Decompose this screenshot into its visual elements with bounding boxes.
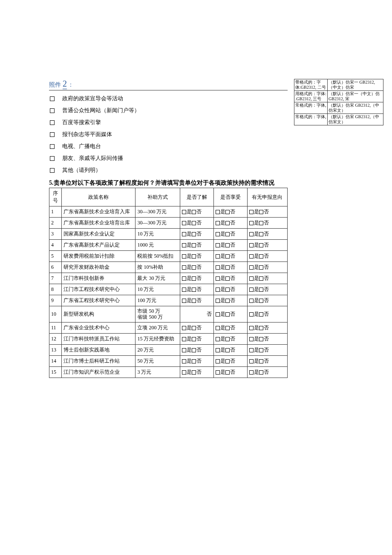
checkbox-icon[interactable] bbox=[192, 326, 196, 330]
checkbox-icon[interactable] bbox=[182, 288, 186, 292]
checkbox-icon[interactable] bbox=[192, 221, 196, 225]
checkbox-icon[interactable] bbox=[192, 359, 196, 363]
checkbox-icon[interactable] bbox=[216, 299, 220, 303]
checkbox-icon[interactable] bbox=[249, 254, 254, 259]
checkbox-icon[interactable] bbox=[216, 288, 220, 292]
checkbox-icon[interactable] bbox=[259, 232, 263, 236]
checkbox-icon[interactable] bbox=[192, 243, 196, 247]
yes-label: 是 bbox=[187, 336, 192, 342]
checkbox-icon[interactable] bbox=[182, 337, 186, 341]
checkbox-icon[interactable] bbox=[225, 359, 230, 363]
checkbox-icon[interactable] bbox=[192, 254, 196, 259]
checkbox-icon[interactable] bbox=[225, 221, 230, 225]
checkbox-icon[interactable] bbox=[192, 299, 196, 303]
checkbox-icon[interactable] bbox=[259, 326, 263, 330]
checkbox-icon[interactable] bbox=[192, 265, 196, 270]
checkbox-icon[interactable] bbox=[182, 326, 186, 330]
checkbox-icon[interactable] bbox=[192, 288, 196, 292]
checkbox-icon[interactable] bbox=[259, 337, 263, 341]
checkbox-icon[interactable] bbox=[216, 232, 220, 236]
no-label: 否 bbox=[264, 297, 269, 303]
checkbox-icon[interactable] bbox=[216, 276, 220, 281]
checkbox-icon[interactable] bbox=[225, 348, 230, 352]
checkbox-icon[interactable] bbox=[259, 299, 263, 303]
checkbox-icon[interactable] bbox=[182, 348, 186, 352]
checkbox-icon[interactable] bbox=[249, 370, 254, 375]
checkbox-icon[interactable] bbox=[225, 254, 230, 259]
checkbox-icon[interactable] bbox=[225, 337, 230, 341]
checkbox-icon[interactable] bbox=[182, 254, 186, 259]
checkbox-icon[interactable] bbox=[249, 243, 254, 247]
checkbox-icon[interactable] bbox=[216, 221, 220, 225]
checkbox-icon[interactable] bbox=[249, 276, 254, 281]
checkbox-icon[interactable] bbox=[50, 132, 55, 137]
checkbox-icon[interactable] bbox=[216, 326, 220, 330]
checkbox-icon[interactable] bbox=[192, 370, 196, 375]
checkbox-icon[interactable] bbox=[225, 210, 230, 214]
checkbox-icon[interactable] bbox=[259, 276, 263, 281]
checkbox-icon[interactable] bbox=[182, 276, 186, 281]
checkbox-icon[interactable] bbox=[50, 120, 55, 125]
checkbox-icon[interactable] bbox=[216, 370, 220, 375]
checkbox-icon[interactable] bbox=[249, 288, 254, 292]
checkbox-icon[interactable] bbox=[249, 359, 254, 363]
checkbox-icon[interactable] bbox=[259, 288, 263, 292]
checkbox-icon[interactable] bbox=[216, 359, 220, 363]
checkbox-icon[interactable] bbox=[225, 370, 230, 375]
checkbox-icon[interactable] bbox=[192, 210, 196, 214]
checkbox-icon[interactable] bbox=[182, 299, 186, 303]
checkbox-icon[interactable] bbox=[225, 232, 230, 236]
checkbox-icon[interactable] bbox=[249, 232, 254, 236]
name-cell: 研发费用税前加计扣除 bbox=[62, 251, 135, 262]
checkbox-icon[interactable] bbox=[216, 210, 220, 214]
checkbox-icon[interactable] bbox=[259, 370, 263, 375]
checkbox-icon[interactable] bbox=[259, 243, 263, 247]
checkbox-icon[interactable] bbox=[249, 221, 254, 225]
checkbox-icon[interactable] bbox=[192, 337, 196, 341]
checkbox-icon[interactable] bbox=[192, 348, 196, 352]
checkbox-icon[interactable] bbox=[249, 337, 254, 341]
checkbox-icon[interactable] bbox=[50, 96, 55, 101]
checkbox-icon[interactable] bbox=[225, 288, 230, 292]
checkbox-icon[interactable] bbox=[216, 265, 220, 270]
checkbox-icon[interactable] bbox=[50, 168, 55, 173]
checkbox-icon[interactable] bbox=[216, 312, 220, 317]
checkbox-icon[interactable] bbox=[216, 243, 220, 247]
checkbox-icon[interactable] bbox=[249, 326, 254, 330]
checkbox-icon[interactable] bbox=[259, 221, 263, 225]
checkbox-icon[interactable] bbox=[216, 337, 220, 341]
checkbox-icon[interactable] bbox=[225, 265, 230, 270]
option-item: 朋友、亲戚等人际间传播 bbox=[49, 154, 288, 162]
checkbox-icon[interactable] bbox=[50, 156, 55, 161]
checkbox-icon[interactable] bbox=[192, 232, 196, 236]
checkbox-icon[interactable] bbox=[225, 312, 230, 317]
checkbox-icon[interactable] bbox=[259, 312, 263, 317]
checkbox-icon[interactable] bbox=[259, 254, 263, 259]
checkbox-icon[interactable] bbox=[249, 265, 254, 270]
checkbox-icon[interactable] bbox=[216, 348, 220, 352]
checkbox-icon[interactable] bbox=[182, 359, 186, 363]
checkbox-icon[interactable] bbox=[225, 243, 230, 247]
checkbox-icon[interactable] bbox=[182, 210, 186, 214]
checkbox-icon[interactable] bbox=[50, 108, 55, 113]
checkbox-icon[interactable] bbox=[249, 210, 254, 214]
checkbox-icon[interactable] bbox=[225, 276, 230, 281]
checkbox-icon[interactable] bbox=[182, 221, 186, 225]
checkbox-icon[interactable] bbox=[225, 326, 230, 330]
checkbox-icon[interactable] bbox=[182, 243, 186, 247]
checkbox-icon[interactable] bbox=[50, 144, 55, 149]
checkbox-icon[interactable] bbox=[192, 276, 196, 281]
checkbox-icon[interactable] bbox=[182, 370, 186, 375]
checkbox-icon[interactable] bbox=[249, 299, 254, 303]
format-comment: 常格式的：字体,（默认）仿宋 GB2312,（中 仿宋文） bbox=[294, 102, 383, 114]
checkbox-icon[interactable] bbox=[182, 232, 186, 236]
checkbox-icon[interactable] bbox=[259, 265, 263, 270]
checkbox-icon[interactable] bbox=[225, 299, 230, 303]
checkbox-icon[interactable] bbox=[249, 348, 254, 352]
checkbox-icon[interactable] bbox=[249, 312, 254, 317]
checkbox-icon[interactable] bbox=[259, 359, 263, 363]
checkbox-icon[interactable] bbox=[259, 348, 263, 352]
checkbox-icon[interactable] bbox=[216, 254, 220, 259]
checkbox-icon[interactable] bbox=[259, 210, 263, 214]
checkbox-icon[interactable] bbox=[182, 265, 186, 270]
